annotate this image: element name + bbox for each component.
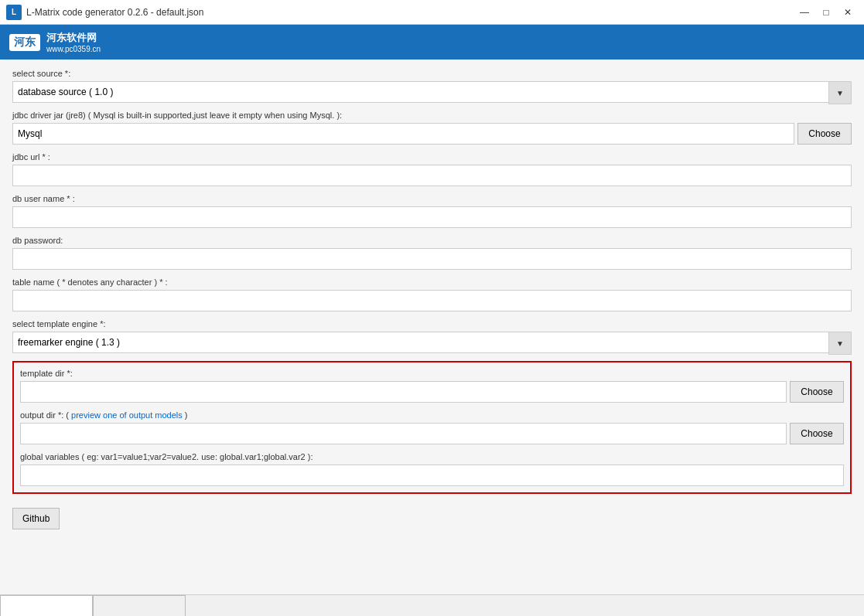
choose-output-dir-button[interactable]: Choose: [790, 423, 844, 444]
title-bar: L L-Matrix code generator 0.2.6 - defaul…: [0, 0, 864, 25]
output-dir-label-text: output dir *:: [20, 410, 63, 420]
db-user-group: db user name * :: [12, 194, 852, 228]
template-engine-label: select template engine *:: [12, 319, 852, 328]
table-name-input[interactable]: [12, 290, 852, 311]
bottom-tab-1[interactable]: [0, 595, 93, 617]
choose-template-dir-button[interactable]: Choose: [790, 381, 844, 403]
github-section: Github: [12, 502, 852, 529]
main-content: select source *: database source ( 1.0 )…: [0, 60, 864, 594]
github-button[interactable]: Github: [12, 508, 60, 529]
template-dir-label: template dir *:: [20, 369, 844, 378]
table-name-group: table name ( * denotes any character ) *…: [12, 277, 852, 311]
header-url: www.pc0359.cn: [46, 45, 101, 53]
jdbc-url-label: jdbc url * :: [12, 152, 852, 162]
select-source-dropdown[interactable]: database source ( 1.0 )file source: [12, 81, 852, 103]
output-dir-label: output dir *: ( preview one of output mo…: [20, 410, 844, 420]
jdbc-driver-group: jdbc driver jar (jre8) ( Mysql is built-…: [12, 111, 852, 145]
global-vars-group: global variables ( eg: var1=value1;var2=…: [20, 452, 844, 486]
select-source-group: select source *: database source ( 1.0 )…: [12, 69, 852, 103]
template-dir-group: template dir *: Choose: [20, 369, 844, 403]
template-dir-input[interactable]: [20, 381, 787, 403]
global-vars-label: global variables ( eg: var1=value1;var2=…: [20, 452, 844, 461]
jdbc-driver-input[interactable]: [12, 123, 794, 145]
window-controls: — □ ✕: [794, 5, 858, 20]
table-name-label: table name ( * denotes any character ) *…: [12, 277, 852, 287]
output-dir-group: output dir *: ( preview one of output mo…: [20, 410, 844, 444]
db-user-label: db user name * :: [12, 194, 852, 203]
maximize-button[interactable]: □: [816, 5, 836, 20]
output-dir-suffix: ): [185, 410, 188, 420]
header-site-name: 河东软件网: [46, 31, 101, 45]
jdbc-driver-row: Choose: [12, 123, 852, 145]
template-engine-wrapper: freemarker engine ( 1.3 )velocity engine: [12, 332, 852, 353]
template-dir-row: Choose: [20, 381, 844, 403]
template-engine-dropdown[interactable]: freemarker engine ( 1.3 )velocity engine: [12, 332, 852, 353]
db-password-label: db password:: [12, 236, 852, 245]
window-title: L-Matrix code generator 0.2.6 - default.…: [26, 7, 203, 18]
app-logo-icon: L: [6, 5, 22, 20]
output-dir-preview-link[interactable]: preview one of output models: [71, 410, 183, 420]
global-vars-input[interactable]: [20, 465, 844, 486]
jdbc-driver-label: jdbc driver jar (jre8) ( Mysql is built-…: [12, 111, 852, 120]
app-header: 河东 河东软件网 www.pc0359.cn: [0, 25, 864, 60]
minimize-button[interactable]: —: [794, 5, 814, 20]
output-dir-row: Choose: [20, 423, 844, 444]
bottom-tab-2[interactable]: [93, 595, 186, 617]
bottom-tabs: [0, 594, 864, 616]
template-engine-group: select template engine *: freemarker eng…: [12, 319, 852, 353]
select-source-wrapper: database source ( 1.0 )file source: [12, 81, 852, 103]
choose-jdbc-driver-button[interactable]: Choose: [797, 123, 852, 145]
header-text: 河东软件网 www.pc0359.cn: [46, 31, 101, 53]
select-source-label: select source *:: [12, 69, 852, 78]
close-button[interactable]: ✕: [838, 5, 858, 20]
title-bar-left: L L-Matrix code generator 0.2.6 - defaul…: [6, 5, 203, 20]
db-user-input[interactable]: [12, 206, 852, 228]
logo-box: 河东: [9, 34, 40, 51]
db-password-group: db password:: [12, 236, 852, 270]
jdbc-url-group: jdbc url * :: [12, 152, 852, 186]
highlight-section: template dir *: Choose output dir *: ( p…: [12, 361, 852, 494]
db-password-input[interactable]: [12, 248, 852, 270]
output-dir-input[interactable]: [20, 423, 787, 444]
header-logo: 河东 河东软件网 www.pc0359.cn: [9, 31, 101, 53]
jdbc-url-input[interactable]: [12, 165, 852, 186]
